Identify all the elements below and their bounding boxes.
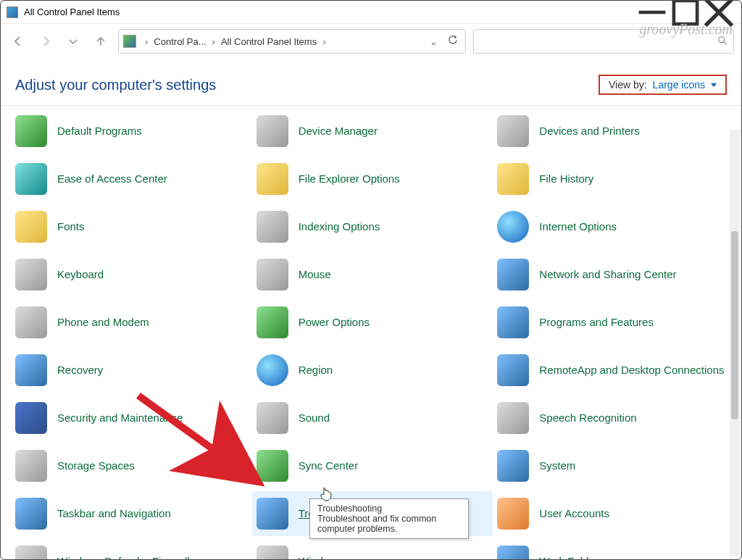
item-icon — [497, 450, 529, 482]
item-icon — [497, 259, 529, 291]
item-icon — [497, 306, 529, 338]
item-icon — [257, 211, 288, 243]
item-label: Security and Maintenance — [57, 411, 183, 425]
watermark: groovyPost.com — [639, 21, 733, 38]
tooltip: Troubleshooting Troubleshoot and fix com… — [309, 498, 469, 539]
control-panel-item[interactable]: Programs and Features — [493, 300, 734, 345]
item-label: Windows Defender Firewall — [57, 555, 190, 560]
control-panel-item[interactable]: Device Manager — [252, 109, 493, 154]
item-label: Sync Center — [299, 459, 359, 472]
item-label: Fonts — [57, 220, 85, 233]
item-icon — [15, 211, 47, 243]
item-icon — [15, 354, 47, 386]
control-panel-item[interactable]: Devices and Printers — [493, 109, 734, 154]
address-dropdown-icon[interactable]: ⌄ — [425, 36, 442, 47]
control-panel-item[interactable]: Windo — [252, 539, 493, 560]
view-by-value: Large icons — [653, 79, 705, 91]
item-label: Phone and Modem — [57, 316, 149, 329]
breadcrumb-current[interactable]: All Control Panel Items — [221, 36, 317, 47]
item-label: Region — [299, 364, 333, 377]
breadcrumb-root[interactable]: Control Pa... — [154, 36, 206, 47]
control-panel-item[interactable]: File Explorer Options — [252, 156, 493, 201]
close-button[interactable] — [702, 1, 735, 23]
item-label: Indexing Options — [299, 220, 380, 233]
control-panel-item[interactable]: RemoteApp and Desktop Connections — [493, 348, 734, 393]
view-by-selector[interactable]: View by: Large icons — [599, 75, 727, 95]
control-panel-item[interactable]: Phone and Modem — [11, 300, 252, 345]
item-icon — [257, 450, 288, 482]
tooltip-title: Troubleshooting — [317, 503, 461, 514]
item-icon — [257, 306, 288, 338]
item-label: Mouse — [299, 268, 331, 281]
page-heading: Adjust your computer's settings — [15, 77, 216, 93]
item-icon — [497, 115, 529, 147]
control-panel-item[interactable]: Fonts — [11, 204, 252, 249]
item-icon — [15, 306, 47, 338]
back-button[interactable] — [8, 31, 28, 51]
control-panel-item[interactable]: Power Options — [252, 300, 493, 345]
control-panel-item[interactable]: Recovery — [11, 348, 252, 393]
item-icon — [15, 450, 47, 482]
window-title: All Control Panel Items — [24, 7, 120, 17]
item-icon — [257, 115, 288, 147]
control-panel-item[interactable]: Work Folders — [493, 539, 734, 560]
control-panel-item[interactable]: Internet Options — [493, 204, 734, 249]
item-icon — [257, 259, 288, 291]
item-icon — [257, 354, 288, 386]
item-icon — [257, 163, 288, 195]
breadcrumb-sep: › — [209, 36, 218, 47]
item-icon — [15, 115, 47, 147]
control-panel-item[interactable]: Security and Maintenance — [11, 396, 252, 440]
control-panel-item[interactable]: File History — [493, 156, 734, 201]
control-panel-item[interactable]: Mouse — [252, 252, 493, 297]
maximize-button[interactable] — [669, 1, 702, 23]
breadcrumb-sep: › — [320, 36, 328, 47]
item-label: Taskbar and Navigation — [57, 507, 171, 520]
item-label: File Explorer Options — [299, 172, 400, 185]
recent-locations-button[interactable] — [63, 31, 83, 51]
svg-line-5 — [724, 41, 727, 44]
control-panel-item[interactable]: Windows Defender Firewall — [11, 539, 252, 560]
refresh-icon[interactable] — [445, 35, 461, 48]
address-bar[interactable]: › Control Pa... › All Control Panel Item… — [118, 29, 466, 54]
control-panel-item[interactable]: Region — [252, 348, 493, 393]
scrollbar[interactable] — [730, 130, 740, 556]
item-icon — [497, 354, 529, 386]
item-label: User Accounts — [539, 507, 609, 520]
content-header: Adjust your computer's settings View by:… — [1, 59, 741, 105]
item-label: Work Folders — [539, 555, 604, 560]
dropdown-caret-icon — [711, 83, 717, 87]
item-label: Storage Spaces — [57, 459, 135, 472]
control-panel-icon — [123, 35, 136, 48]
item-icon — [497, 498, 529, 530]
control-panel-item[interactable]: User Accounts — [493, 491, 734, 536]
app-icon — [7, 7, 18, 18]
control-panel-item[interactable]: Network and Sharing Center — [493, 252, 734, 297]
item-label: Recovery — [57, 364, 103, 377]
item-icon — [497, 211, 529, 243]
scrollbar-thumb[interactable] — [731, 231, 738, 419]
item-label: Default Programs — [57, 125, 142, 138]
item-label: Programs and Features — [539, 316, 654, 329]
minimize-button[interactable] — [635, 1, 669, 23]
item-label: Sound — [299, 411, 330, 425]
item-label: RemoteApp and Desktop Connections — [539, 364, 724, 377]
control-panel-item[interactable]: Sync Center — [252, 443, 493, 488]
control-panel-item[interactable]: Sound — [252, 396, 493, 440]
svg-rect-1 — [674, 0, 697, 23]
forward-button[interactable] — [36, 31, 56, 51]
nav-row: › Control Pa... › All Control Panel Item… — [1, 24, 741, 59]
item-icon — [497, 546, 529, 560]
control-panel-item[interactable]: Default Programs — [11, 109, 252, 154]
item-label: Devices and Printers — [539, 125, 639, 138]
control-panel-item[interactable]: System — [493, 443, 734, 488]
control-panel-item[interactable]: Indexing Options — [252, 204, 493, 249]
control-panel-item[interactable]: Speech Recognition — [493, 396, 734, 440]
up-button[interactable] — [91, 31, 111, 51]
control-panel-item[interactable]: Storage Spaces — [11, 443, 252, 488]
control-panel-item[interactable]: Taskbar and Navigation — [11, 491, 252, 536]
control-panel-item[interactable]: Ease of Access Center — [11, 156, 252, 201]
control-panel-item[interactable]: Keyboard — [11, 252, 252, 297]
item-icon — [15, 402, 47, 434]
item-icon — [257, 402, 288, 434]
